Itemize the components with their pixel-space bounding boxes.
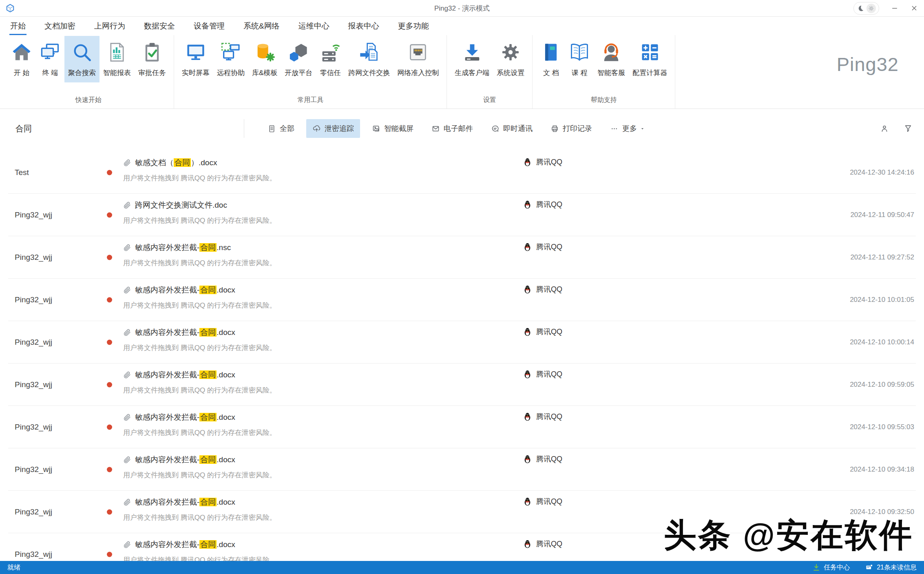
unread-messages-button[interactable]: 21条未读信息 (865, 563, 917, 572)
mail-icon (431, 124, 440, 133)
row-channel: 腾讯QQ (523, 496, 562, 506)
row-filename[interactable]: 敏感内容外发拦截-合同.docx (135, 370, 235, 380)
nac-icon (407, 42, 429, 63)
ribbon-item-smart-report[interactable]: 智能报表 (99, 36, 135, 82)
table-row[interactable]: Ping32_wjj跨网文件交换测试文件.doc用户将文件拖拽到 腾讯QQ 的行… (8, 194, 916, 236)
ribbon-item-generate-client[interactable]: 生成客户端 (451, 36, 493, 82)
table-row[interactable]: Ping32_wjj敏感内容外发拦截-合同.docx用户将文件拖拽到 腾讯QQ … (8, 363, 916, 406)
tab-device-management[interactable]: 设备管理 (192, 17, 226, 35)
ribbon-item-open-platform[interactable]: 开放平台 (281, 36, 316, 82)
minimize-icon[interactable] (891, 4, 899, 12)
window-title: Ping32 - 演示模式 (0, 4, 924, 13)
ribbon-item-zero-trust[interactable]: 零信任 (316, 36, 345, 82)
filter-leak-trace[interactable]: 泄密追踪 (306, 119, 360, 138)
qq-icon (523, 327, 532, 337)
channel-name: 腾讯QQ (536, 327, 562, 337)
ribbon-item-network-access-control[interactable]: 网络准入控制 (393, 36, 442, 82)
filter-button[interactable] (904, 124, 913, 133)
keyword-highlight: 合同 (199, 243, 217, 252)
sun-wrap (867, 4, 876, 13)
filter-email[interactable]: 电子邮件 (425, 119, 479, 138)
row-channel: 腾讯QQ (523, 327, 562, 337)
home-icon (11, 42, 32, 63)
paperclip-icon (123, 244, 131, 252)
ribbon-item-library-templates[interactable]: 库&模板 (248, 36, 281, 82)
ribbon-item-cross-net-exchange[interactable]: 跨网文件交换 (345, 36, 393, 82)
ribbon-item-remote-assist[interactable]: 远程协助 (213, 36, 248, 82)
close-icon[interactable] (910, 4, 918, 12)
row-filename[interactable]: 敏感内容外发拦截-合同.docx (135, 454, 235, 465)
table-row[interactable]: Ping32_wjj敏感内容外发拦截-合同.nsc用户将文件拖拽到 腾讯QQ 的… (8, 236, 916, 279)
alert-dot (107, 382, 112, 387)
table-row[interactable]: Ping32_wjj敏感内容外发拦截-合同.docx用户将文件拖拽到 腾讯QQ … (8, 279, 916, 321)
filter-instant-messaging[interactable]: 即时通讯 (485, 119, 539, 138)
row-user: Ping32_wjj (15, 338, 52, 347)
list-icon (267, 124, 276, 133)
ribbon-item-approval-tasks[interactable]: 审批任务 (135, 36, 170, 82)
filter-more[interactable]: 更多 (604, 119, 651, 138)
task-center-button[interactable]: 任务中心 (812, 563, 850, 572)
ribbon-item-documents[interactable]: 文 档 (537, 36, 565, 82)
filter-smart-screenshot[interactable]: 智能截屏 (366, 119, 420, 138)
tab-more-features[interactable]: 更多功能 (397, 17, 430, 35)
status-ready: 就绪 (7, 563, 20, 572)
row-filename[interactable]: 敏感文档（合同）.docx (135, 157, 217, 168)
ribbon: 开 始终 端聚合搜索智能报表审批任务快速开始实时屏幕远程协助库&模板开放平台零信… (0, 35, 924, 109)
search-query[interactable]: 合同 (15, 123, 244, 134)
table-row[interactable]: Ping32_wjj敏感内容外发拦截-合同.docx用户将文件拖拽到 腾讯QQ … (8, 321, 916, 363)
alert-dot (107, 552, 112, 557)
tab-ops-center[interactable]: 运维中心 (297, 17, 331, 35)
ribbon-item-label: 跨网文件交换 (348, 68, 390, 78)
row-filename[interactable]: 跨网文件交换测试文件.doc (135, 200, 227, 211)
account-button[interactable] (880, 124, 889, 133)
tab-start[interactable]: 开始 (9, 17, 27, 35)
keyword-highlight: 合同 (199, 455, 217, 464)
paperclip-icon (123, 413, 131, 421)
ribbon-item-home[interactable]: 开 始 (7, 36, 36, 82)
row-time: 2024-12-10 10:01:05 (850, 296, 914, 304)
watermark: 头条 @安在软件 (664, 514, 913, 558)
ribbon-item-system-settings[interactable]: 系统设置 (493, 36, 528, 82)
table-row[interactable]: Ping32_wjj敏感内容外发拦截-合同.docx用户将文件拖拽到 腾讯QQ … (8, 448, 916, 491)
row-channel: 腾讯QQ (523, 412, 562, 421)
row-filename[interactable]: 敏感内容外发拦截-合同.nsc (135, 242, 231, 253)
ribbon-item-aggregate-search[interactable]: 聚合搜索 (64, 36, 99, 82)
row-filename[interactable]: 敏感内容外发拦截-合同.docx (135, 285, 235, 295)
row-filename[interactable]: 敏感内容外发拦截-合同.docx (135, 539, 235, 550)
row-description: 用户将文件拖拽到 腾讯QQ 的行为存在泄密风险。 (123, 386, 276, 395)
table-row[interactable]: Test敏感文档（合同）.docx用户将文件拖拽到 腾讯QQ 的行为存在泄密风险… (8, 151, 916, 194)
row-channel: 腾讯QQ (523, 242, 562, 252)
ribbon-item-realtime-screen[interactable]: 实时屏幕 (178, 36, 213, 82)
row-channel: 腾讯QQ (523, 284, 562, 294)
ribbon-item-config-calculator[interactable]: 配置计算器 (629, 36, 671, 82)
alert-dot (107, 170, 112, 175)
theme-toggle[interactable] (853, 2, 879, 15)
filter-print-records[interactable]: 打印记录 (544, 119, 598, 138)
tab-system-network[interactable]: 系统&网络 (242, 17, 281, 35)
row-filename[interactable]: 敏感内容外发拦截-合同.docx (135, 327, 235, 338)
keyword-highlight: 合同 (199, 540, 217, 549)
row-filename[interactable]: 敏感内容外发拦截-合同.docx (135, 497, 235, 508)
tab-data-security[interactable]: 数据安全 (143, 17, 176, 35)
row-filename[interactable]: 敏感内容外发拦截-合同.docx (135, 412, 235, 423)
report-icon (106, 42, 128, 63)
ribbon-item-terminal[interactable]: 终 端 (36, 36, 64, 82)
qq-icon (523, 285, 532, 294)
alert-dot (107, 255, 112, 260)
keyword-highlight: 合同 (199, 328, 217, 337)
table-row[interactable]: Ping32_wjj敏感内容外发拦截-合同.docx用户将文件拖拽到 腾讯QQ … (8, 406, 916, 448)
qq-icon (523, 454, 532, 464)
tab-web-behavior[interactable]: 上网行为 (93, 17, 126, 35)
row-time: 2024-12-10 09:59:05 (850, 381, 914, 389)
qq-icon (523, 242, 532, 252)
client-icon (462, 42, 483, 63)
screen-icon (185, 42, 206, 63)
tab-doc-encryption[interactable]: 文档加密 (43, 17, 77, 35)
course-icon (569, 42, 590, 63)
tab-report-center[interactable]: 报表中心 (347, 17, 380, 35)
ribbon-item-smart-service[interactable]: 智能客服 (594, 36, 629, 82)
ribbon-group-quick-start: 开 始终 端聚合搜索智能报表审批任务快速开始 (3, 35, 174, 109)
ribbon-item-courses[interactable]: 课 程 (565, 36, 594, 82)
qq-icon (523, 200, 532, 209)
filter-all[interactable]: 全部 (261, 119, 301, 138)
